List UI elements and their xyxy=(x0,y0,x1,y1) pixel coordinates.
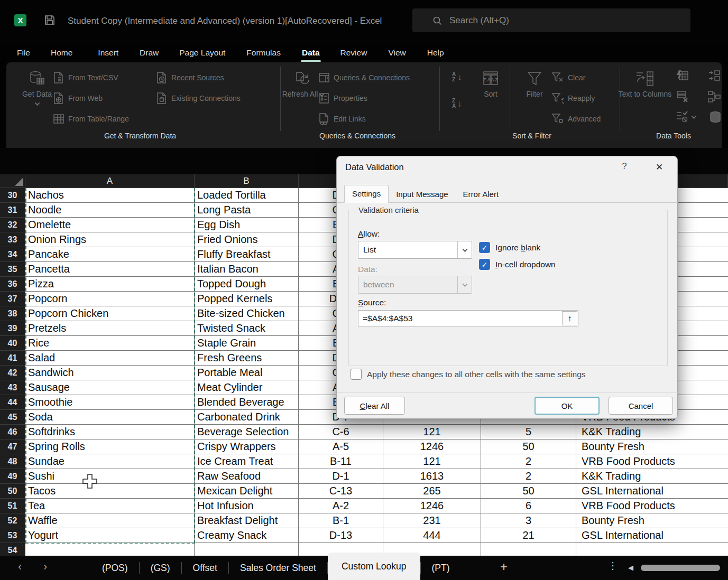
ribbon-tab-help[interactable]: Help xyxy=(427,46,444,62)
cell-D49[interactable]: 1613 xyxy=(383,469,481,484)
cell-D46[interactable]: 121 xyxy=(383,425,481,439)
cell-F48[interactable]: VRB Food Products xyxy=(576,454,728,469)
cell-C53[interactable]: D-13 xyxy=(299,528,383,543)
cancel-button[interactable]: Cancel xyxy=(609,397,673,415)
cell-B44[interactable]: Blended Beverage xyxy=(195,395,299,410)
cell-B47[interactable]: Crispy Wrappers xyxy=(195,439,299,454)
row-header-54[interactable]: 54 xyxy=(0,543,25,556)
cell-B30[interactable]: Loaded Tortilla xyxy=(195,188,299,203)
row-header-37[interactable]: 37 xyxy=(0,292,25,306)
cell-A41[interactable]: Salad xyxy=(25,351,195,366)
row-header-35[interactable]: 35 xyxy=(0,262,25,277)
advanced-filter-button[interactable]: Advanced xyxy=(551,110,601,127)
dialog-tab-settings[interactable]: Settings xyxy=(344,185,389,203)
ribbon-tab-data[interactable]: Data xyxy=(302,46,320,62)
sheet-tab-offset[interactable]: Offset xyxy=(182,563,228,574)
row-header-41[interactable]: 41 xyxy=(0,351,25,366)
row-header-36[interactable]: 36 xyxy=(0,277,25,292)
chevron-down-icon[interactable] xyxy=(457,241,472,258)
cell-A51[interactable]: Tea xyxy=(25,499,195,513)
cell-A44[interactable]: Smoothie xyxy=(25,395,195,410)
ribbon-tab-view[interactable]: View xyxy=(388,46,406,62)
cell-B34[interactable]: Fluffy Breakfast xyxy=(195,247,299,262)
in-cell-dropdown-label[interactable]: In-cell dropdown xyxy=(495,260,556,269)
cell-A53[interactable]: Yogurt xyxy=(25,528,195,543)
queries-connections-button[interactable]: Queries & Connections xyxy=(318,69,410,86)
cell-A33[interactable]: Onion Rings xyxy=(25,232,195,247)
row-header-42[interactable]: 42 xyxy=(0,366,25,380)
cell-F46[interactable]: K&K Trading xyxy=(576,425,728,439)
sort-button[interactable]: Z A A Z Sort xyxy=(474,70,507,99)
search-input[interactable]: Search (Alt+Q) xyxy=(412,8,690,32)
cell-A49[interactable]: Sushi xyxy=(25,469,195,484)
sort-za-button[interactable]: ZA↓ xyxy=(452,98,462,110)
row-header-45[interactable]: 45 xyxy=(0,410,25,425)
cell-A52[interactable]: Waffle xyxy=(25,513,195,528)
get-data-button[interactable]: Get Data xyxy=(20,70,54,108)
column-header-B[interactable]: B xyxy=(195,174,299,188)
cell-C47[interactable]: A-5 xyxy=(299,439,383,454)
cell-C50[interactable]: C-13 xyxy=(299,484,383,499)
cell-A46[interactable]: Softdrinks xyxy=(25,425,195,439)
cell-B43[interactable]: Meat Cylinder xyxy=(195,380,299,395)
cell-A32[interactable]: Omelette xyxy=(25,218,195,232)
row-header-40[interactable]: 40 xyxy=(0,336,25,351)
cell-B52[interactable]: Breakfast Delight xyxy=(195,513,299,528)
allow-dropdown[interactable]: List xyxy=(358,241,472,259)
sheet-nav-prev-icon[interactable]: ‹ xyxy=(18,561,22,573)
from-table-range-button[interactable]: From Table/Range xyxy=(53,110,129,127)
flash-fill-button[interactable] xyxy=(676,69,689,85)
ribbon-tab-insert[interactable]: Insert xyxy=(98,46,118,62)
cell-E50[interactable]: 50 xyxy=(481,484,576,499)
cell-B38[interactable]: Bite-sized Chicken xyxy=(195,306,299,321)
cell-D51[interactable]: 1246 xyxy=(383,499,481,513)
cell-C52[interactable]: B-1 xyxy=(299,513,383,528)
dialog-tab-error-alert[interactable]: Error Alert xyxy=(456,186,506,203)
cell-B42[interactable]: Portable Meal xyxy=(195,366,299,380)
ignore-blank-checkbox[interactable]: ✓ xyxy=(479,242,490,253)
ribbon-tab-draw[interactable]: Draw xyxy=(140,46,159,62)
cell-A43[interactable]: Sausage xyxy=(25,380,195,395)
row-header-38[interactable]: 38 xyxy=(0,306,25,321)
cell-C49[interactable]: D-1 xyxy=(299,469,383,484)
cell-F52[interactable]: Bounty Fresh xyxy=(576,513,728,528)
ok-button[interactable]: OK xyxy=(535,397,600,415)
add-sheet-button[interactable]: + xyxy=(500,559,508,574)
sort-az-button[interactable]: AZ↓ xyxy=(452,72,462,83)
cell-A45[interactable]: Soda xyxy=(25,410,195,425)
ribbon-tab-review[interactable]: Review xyxy=(340,46,367,62)
cell-D47[interactable]: 1246 xyxy=(383,439,481,454)
cell-A48[interactable]: Sundae xyxy=(25,454,195,469)
row-header-50[interactable]: 50 xyxy=(0,484,25,499)
refresh-all-button[interactable]: Refresh All xyxy=(285,70,320,99)
collapse-dialog-button[interactable]: ↑ xyxy=(562,311,577,325)
column-header-A[interactable]: A xyxy=(25,174,195,188)
cell-A36[interactable]: Pizza xyxy=(25,277,195,292)
dialog-tab-input-message[interactable]: Input Message xyxy=(389,186,455,203)
cell-E54[interactable] xyxy=(481,543,576,556)
sheet-tab-gs[interactable]: (GS) xyxy=(140,563,181,574)
cell-D53[interactable]: 444 xyxy=(383,528,481,543)
cell-B41[interactable]: Fresh Greens xyxy=(195,351,299,366)
row-header-51[interactable]: 51 xyxy=(0,499,25,513)
row-header-30[interactable]: 30 xyxy=(0,188,25,203)
cell-A30[interactable]: Nachos xyxy=(25,188,195,203)
cell-E47[interactable]: 50 xyxy=(481,439,576,454)
cell-B48[interactable]: Ice Cream Treat xyxy=(195,454,299,469)
consolidate-button[interactable] xyxy=(707,69,721,85)
cell-A37[interactable]: Popcorn xyxy=(25,292,195,306)
cell-F53[interactable]: GSL International xyxy=(576,528,728,543)
data-validation-button[interactable] xyxy=(676,110,696,123)
cell-B36[interactable]: Topped Dough xyxy=(195,277,299,292)
hscroll-thumb[interactable] xyxy=(641,565,720,571)
text-to-columns-button[interactable]: Text to Columns xyxy=(623,70,667,99)
cell-A42[interactable]: Sandwich xyxy=(25,366,195,380)
row-header-47[interactable]: 47 xyxy=(0,439,25,454)
row-header-53[interactable]: 53 xyxy=(0,528,25,543)
ignore-blank-label[interactable]: Ignore blank xyxy=(495,243,540,252)
source-input[interactable]: =$A$4:$A$53 xyxy=(358,310,578,326)
sheet-tab-pt[interactable]: (PT) xyxy=(421,563,461,574)
cell-E53[interactable]: 21 xyxy=(481,528,576,543)
properties-button[interactable]: Properties xyxy=(318,90,367,107)
apply-changes-label[interactable]: Apply these changes to all other cells w… xyxy=(367,370,586,379)
